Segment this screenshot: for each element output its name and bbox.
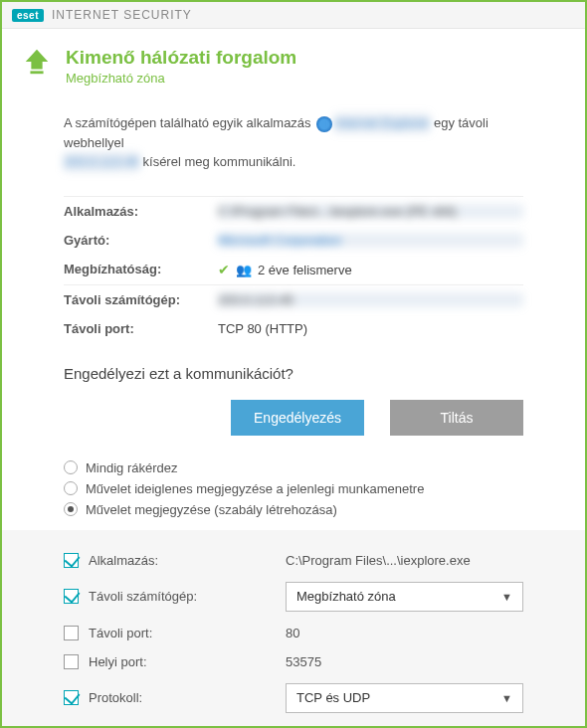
- select-remote-zone[interactable]: Megbízható zóna▼: [286, 582, 523, 612]
- select-protocol[interactable]: TCP és UDP▼: [286, 683, 523, 713]
- dialog-title: Kimenő hálózati forgalom: [66, 47, 296, 69]
- redacted-app: Internet Explorer: [334, 113, 430, 133]
- label-remote: Távoli számítógép:: [64, 292, 218, 307]
- redacted-host: 203.0.113.45: [64, 152, 139, 172]
- rule-value-app: C:\Program Files\...\iexplore.exe: [286, 553, 523, 568]
- rule-label-app: Alkalmazás:: [89, 553, 276, 568]
- radio-icon: [64, 481, 78, 495]
- value-remote: 203.0.113.45: [218, 292, 523, 307]
- label-trust: Megbízhatóság:: [64, 262, 218, 277]
- dialog-subtitle: Megbízható zóna: [66, 71, 296, 86]
- ie-icon: [316, 116, 332, 132]
- chevron-down-icon: ▼: [501, 591, 512, 603]
- people-icon: 👥: [236, 263, 252, 277]
- label-app: Alkalmazás:: [64, 204, 218, 219]
- info-table: Alkalmazás:C:\Program Files\...\iexplore…: [64, 186, 523, 343]
- deny-button[interactable]: Tiltás: [390, 400, 523, 436]
- value-port: TCP 80 (HTTP): [218, 321, 523, 336]
- product-name: INTERNET SECURITY: [52, 8, 192, 22]
- value-vendor: Microsoft Corporation: [218, 233, 523, 248]
- intro-text: A számítógépen található egyik alkalmazá…: [64, 113, 523, 172]
- checkbox-local-port[interactable]: [64, 654, 79, 669]
- allow-button[interactable]: Engedélyezés: [231, 400, 364, 436]
- radio-icon: [64, 460, 78, 474]
- remember-options: Mindig rákérdez Művelet ideiglenes megje…: [64, 457, 523, 520]
- value-trust: ✔👥2 éve felismerve: [218, 262, 523, 277]
- rule-label-remote: Távoli számítógép:: [89, 589, 276, 604]
- checkbox-app[interactable]: [64, 553, 79, 568]
- dialog-header: Kimenő hálózati forgalom Megbízható zóna: [2, 29, 585, 97]
- brand-badge: eset: [12, 9, 44, 22]
- rule-label-lport: Helyi port:: [89, 654, 276, 669]
- rule-value-rport: 80: [286, 626, 523, 640]
- value-app: C:\Program Files\...\iexplore.exe (PE x6…: [218, 204, 523, 219]
- rule-section: Alkalmazás: C:\Program Files\...\iexplor…: [2, 530, 585, 729]
- rule-value-lport: 53575: [286, 654, 523, 669]
- question-text: Engedélyezi ezt a kommunikációt?: [64, 365, 523, 382]
- rule-label-rport: Távoli port:: [89, 626, 276, 640]
- radio-always-ask[interactable]: Mindig rákérdez: [64, 457, 523, 478]
- upload-arrow-icon: [22, 47, 52, 80]
- radio-icon: [64, 502, 78, 516]
- checkbox-remote[interactable]: [64, 589, 79, 604]
- checkbox-protocol[interactable]: [64, 690, 79, 705]
- checkbox-remote-port[interactable]: [64, 626, 79, 640]
- label-vendor: Gyártó:: [64, 233, 218, 248]
- chevron-down-icon: ▼: [501, 692, 512, 704]
- radio-create-rule[interactable]: Művelet megjegyzése (szabály létrehozása…: [64, 499, 523, 520]
- radio-temp-remember[interactable]: Művelet ideiglenes megjegyzése a jelenle…: [64, 478, 523, 499]
- check-icon: ✔: [218, 262, 230, 277]
- rule-label-proto: Protokoll:: [89, 690, 276, 705]
- svg-rect-0: [30, 71, 43, 74]
- titlebar: eset INTERNET SECURITY: [2, 2, 585, 29]
- label-port: Távoli port:: [64, 321, 218, 336]
